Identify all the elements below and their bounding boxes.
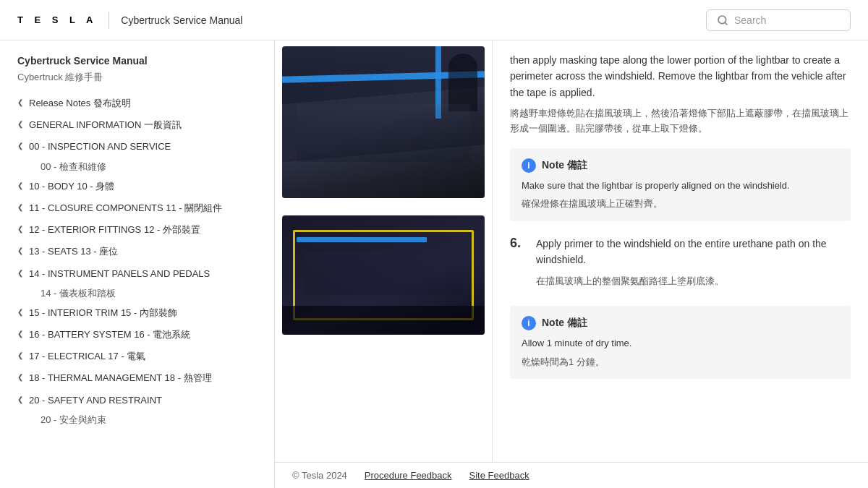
note-label-2: Note 備註 [542,317,587,330]
procedure-feedback-link[interactable]: Procedure Feedback [365,470,452,481]
step-6-header: 6. Apply primer to the windshield on the… [510,236,851,295]
sidebar-item-instrument[interactable]: ❮ 14 - INSTRUMENT PANELS AND PEDALS [0,263,274,285]
search-icon [717,14,728,26]
sidebar-item-body[interactable]: ❮ 10 - BODY 10 - 身體 [0,176,274,197]
sidebar-item-label: 13 - SEATS 13 - 座位 [29,245,118,258]
sidebar-sub-label: 20 - 安全與約束 [41,414,106,427]
person-silhouette [448,53,477,111]
sidebar-item-label: GENERAL INFORMATION 一般資訊 [29,119,182,132]
sidebar-manual-subtitle: Cybertruck 維修手冊 [0,69,274,93]
procedure-image-1 [282,46,485,198]
chevron-icon: ❮ [17,330,23,338]
sidebar: Cybertruck Service Manual Cybertruck 維修手… [0,40,275,488]
note-label-1: Note 備註 [542,159,587,172]
sidebar-item-label: 14 - INSTRUMENT PANELS AND PEDALS [29,267,210,281]
chevron-icon: ❮ [17,247,23,254]
sidebar-manual-title: Cybertruck Service Manual [0,52,274,69]
main-content: then apply masking tape along the lower … [275,40,868,488]
sidebar-item-inspection[interactable]: ❮ 00 - INSPECTION AND SERVICE [0,136,274,158]
sidebar-item-electrical[interactable]: ❮ 17 - ELECTRICAL 17 - 電氣 [0,346,274,367]
chevron-icon: ❮ [17,142,23,150]
note2-text-en: Allow 1 minute of dry time. [522,336,839,351]
sidebar-item-label: 15 - INTERIOR TRIM 15 - 內部裝飾 [29,307,177,320]
chevron-icon: ❮ [17,120,23,128]
car-body [282,306,485,335]
sidebar-item-thermal[interactable]: ❮ 18 - THERMAL MANAGEMENT 18 - 熱管理 [0,367,274,389]
intro-text-block: then apply masking tape along the lower … [510,52,851,137]
header-title: Cybertruck Service Manual [121,14,242,26]
chevron-icon: ❮ [17,351,23,359]
site-feedback-link[interactable]: Site Feedback [469,470,529,481]
tesla-logo: T E S L A [17,14,97,25]
sidebar-item-closure[interactable]: ❮ 11 - CLOSURE COMPONENTS 11 - 關閉組件 [0,197,274,219]
sidebar-item-exterior[interactable]: ❮ 12 - EXTERIOR FITTINGS 12 - 外部裝置 [0,219,274,241]
sidebar-item-label: 00 - INSPECTION AND SERVICE [29,140,171,153]
sidebar-item-label: 16 - BATTERY SYSTEM 16 - 電池系統 [29,328,190,341]
footer-copyright: © Tesla 2024 [292,470,347,481]
intro-text-en: then apply masking tape along the lower … [510,52,851,100]
sidebar-item-label: 17 - ELECTRICAL 17 - 電氣 [29,350,145,363]
sidebar-sub-instrument[interactable]: 14 - 儀表板和踏板 [0,285,274,302]
sidebar-item-general-info[interactable]: ❮ GENERAL INFORMATION 一般資訊 [0,114,274,136]
chevron-icon: ❮ [17,98,23,106]
header: T E S L A Cybertruck Service Manual Sear… [0,0,868,40]
sidebar-item-interior[interactable]: ❮ 15 - INTERIOR TRIM 15 - 內部裝飾 [0,302,274,324]
image-area [275,40,492,488]
step-6-content: Apply primer to the windshield on the en… [536,236,851,295]
blue-tape [297,237,427,242]
chevron-icon: ❮ [17,308,23,316]
svg-line-1 [725,22,727,25]
procedure-image-2 [282,215,485,335]
note-header-2: i Note 備註 [522,316,839,330]
chevron-icon: ❮ [17,269,23,277]
sidebar-sub-safety[interactable]: 20 - 安全與約束 [0,411,274,429]
sidebar-item-label: 10 - BODY 10 - 身體 [29,180,114,193]
chevron-icon: ❮ [17,373,23,381]
step6-text-zh: 在擋風玻璃上的整個聚氨酯路徑上塗刷底漆。 [536,274,851,289]
chevron-icon: ❮ [17,395,23,403]
note1-text-en: Make sure that the lightbar is properly … [522,179,839,193]
note-icon-1: i [522,158,536,173]
content-area: then apply masking tape along the lower … [492,40,868,488]
sidebar-sub-label: 00 - 檢查和維修 [41,160,106,174]
sidebar-item-seats[interactable]: ❮ 13 - SEATS 13 - 座位 [0,241,274,262]
sidebar-item-label: 20 - SAFETY AND RESTRAINT [29,394,162,407]
footer: © Tesla 2024 Procedure Feedback Site Fee… [275,462,868,488]
search-box[interactable]: Search [706,9,851,31]
note-header-1: i Note 備註 [522,158,839,173]
chevron-icon: ❮ [17,225,23,233]
intro-text-zh: 將越野車燈條乾貼在擋風玻璃上，然後沿著燈條下部貼上遮蔽膠帶，在擋風玻璃上形成一個… [510,106,851,137]
chevron-icon: ❮ [17,203,23,211]
note-icon-2: i [522,316,536,330]
sidebar-item-release-notes[interactable]: ❮ Release Notes 發布說明 [0,93,274,114]
header-divider [109,12,109,29]
note-box-1: i Note 備註 Make sure that the lightbar is… [510,148,851,221]
sidebar-item-label: 12 - EXTERIOR FITTINGS 12 - 外部裝置 [29,223,200,236]
glass-reflection-2 [304,252,463,295]
layout: Cybertruck Service Manual Cybertruck 維修手… [0,40,868,488]
header-left: T E S L A Cybertruck Service Manual [17,12,242,29]
sidebar-item-label: 11 - CLOSURE COMPONENTS 11 - 關閉組件 [29,202,222,215]
step6-text-en: Apply primer to the windshield on the en… [536,236,851,268]
note2-text-zh: 乾燥時間為1 分鐘。 [522,355,839,369]
note-box-2: i Note 備註 Allow 1 minute of dry time. 乾燥… [510,306,851,379]
sidebar-sub-inspection[interactable]: 00 - 檢查和維修 [0,158,274,176]
note1-text-zh: 確保燈條在擋風玻璃上正確對齊。 [522,197,839,211]
sidebar-item-battery[interactable]: ❮ 16 - BATTERY SYSTEM 16 - 電池系統 [0,324,274,346]
sidebar-item-safety[interactable]: ❮ 20 - SAFETY AND RESTRAINT [0,390,274,411]
step-6-number: 6. [510,236,527,251]
glass-reflection [297,104,470,162]
sidebar-item-label: Release Notes 發布說明 [29,97,131,110]
sidebar-item-label: 18 - THERMAL MANAGEMENT 18 - 熱管理 [29,372,212,385]
search-placeholder: Search [734,14,766,26]
chevron-icon: ❮ [17,181,23,189]
sidebar-sub-label: 14 - 儀表板和踏板 [41,287,116,300]
